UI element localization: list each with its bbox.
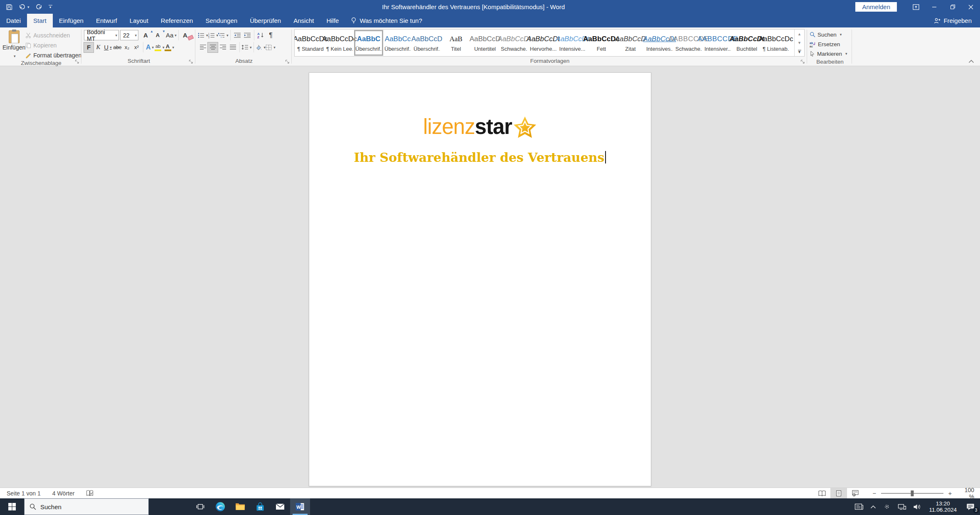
tab-ansicht[interactable]: Ansicht	[287, 14, 320, 27]
file-explorer-app-button[interactable]	[230, 498, 250, 515]
align-left-button[interactable]	[198, 42, 208, 52]
minimize-button[interactable]	[925, 0, 943, 14]
tell-me-box[interactable]: Was möchten Sie tun?	[345, 14, 428, 27]
strikethrough-button[interactable]: abe	[113, 42, 122, 52]
font-dialog-launcher[interactable]	[189, 59, 193, 64]
borders-button[interactable]	[266, 42, 276, 52]
line-spacing-button[interactable]	[241, 42, 252, 52]
zoom-out-button[interactable]: −	[872, 490, 877, 497]
tray-cast-button[interactable]	[879, 498, 894, 515]
style-card-16[interactable]: AaBbCcDc¶ Listenab...	[761, 30, 790, 56]
highlight-color-button[interactable]: ab	[155, 42, 165, 52]
style-card-1[interactable]: AaBbCcDc¶ Kein Lee...	[325, 30, 354, 56]
style-card-3[interactable]: AaBbCcÜberschrif...	[383, 30, 412, 56]
decrease-indent-button[interactable]	[232, 30, 242, 40]
style-card-7[interactable]: AaBbCcDtSchwache...	[500, 30, 529, 56]
taskbar-clock[interactable]: 13:20 11.06.2024	[925, 500, 961, 513]
paste-dropdown-caret[interactable]	[12, 52, 16, 59]
paste-button[interactable]: Einfügen	[2, 29, 25, 59]
save-button[interactable]	[6, 4, 12, 10]
font-size-combo[interactable]: 22 ▾	[120, 30, 138, 40]
document-heading[interactable]: Ihr Softwarehändler des Vertrauens	[309, 150, 651, 165]
subscript-button[interactable]: x₂	[122, 42, 132, 52]
mail-app-button[interactable]	[270, 498, 290, 515]
word-count-status[interactable]: 4 Wörter	[52, 490, 75, 497]
hidden-icons-chevron[interactable]	[867, 498, 879, 515]
read-mode-view-button[interactable]	[814, 488, 830, 498]
styles-dialog-launcher[interactable]	[800, 59, 805, 64]
font-color-button[interactable]: A	[165, 42, 175, 52]
tab-datei[interactable]: Datei	[0, 14, 27, 27]
style-card-11[interactable]: AaBbCcDZitat	[616, 30, 645, 56]
format-painter-button[interactable]: Format übertragen	[25, 51, 81, 59]
font-size-caret[interactable]: ▾	[133, 33, 137, 37]
restore-button[interactable]	[943, 0, 962, 14]
task-view-button[interactable]	[190, 498, 210, 515]
notification-center-button[interactable]: 3	[961, 498, 980, 515]
edge-app-button[interactable]	[210, 498, 230, 515]
underline-button[interactable]: U	[103, 42, 113, 52]
style-card-2[interactable]: AaBbCÜberschrif...	[354, 30, 383, 56]
font-name-caret[interactable]: ▾	[113, 33, 117, 37]
styles-scroll-up-button[interactable]: ▲	[795, 30, 804, 38]
copy-button[interactable]: Kopieren	[25, 41, 81, 50]
tab-start[interactable]: Start	[27, 14, 53, 27]
style-card-14[interactable]: AABBCCDEIntensiver...	[703, 30, 732, 56]
tab-entwurf[interactable]: Entwurf	[90, 14, 123, 27]
zoom-slider-handle[interactable]	[911, 490, 914, 496]
clear-formatting-button[interactable]: A	[180, 30, 190, 40]
style-card-5[interactable]: AaBTitel	[441, 30, 470, 56]
shading-button[interactable]	[256, 42, 266, 52]
style-card-9[interactable]: AaBbCcDtIntensive...	[558, 30, 587, 56]
ribbon-display-options-button[interactable]	[907, 0, 925, 14]
clipboard-dialog-launcher[interactable]	[75, 59, 79, 64]
sign-in-button[interactable]: Anmelden	[855, 2, 897, 12]
style-card-10[interactable]: AaBbCcDcFett	[587, 30, 616, 56]
word-app-button[interactable]: W	[290, 498, 310, 515]
style-card-0[interactable]: AaBbCcDc¶ Standard	[296, 30, 325, 56]
style-card-8[interactable]: AaBbCcDtHervorhe...	[529, 30, 558, 56]
styles-scroll-down-button[interactable]: ▼	[795, 38, 804, 47]
text-effects-button[interactable]: A	[145, 42, 155, 52]
style-card-6[interactable]: AaBbCcDUntertitel	[470, 30, 500, 56]
news-widget-button[interactable]	[851, 498, 867, 515]
store-app-button[interactable]	[250, 498, 270, 515]
redo-button[interactable]	[36, 4, 42, 10]
tab-einf-gen[interactable]: Einfügen	[53, 14, 90, 27]
customize-quick-access-button[interactable]	[49, 5, 52, 9]
align-right-button[interactable]	[218, 42, 228, 52]
find-button[interactable]: Suchen	[810, 30, 850, 39]
share-button[interactable]: Freigeben	[926, 14, 980, 27]
tab-hilfe[interactable]: Hilfe	[320, 14, 345, 27]
tab-referenzen[interactable]: Referenzen	[155, 14, 199, 27]
numbering-button[interactable]: 123	[208, 30, 219, 40]
page-count-status[interactable]: Seite 1 von 1	[7, 490, 41, 497]
zoom-in-button[interactable]: +	[948, 490, 953, 497]
paragraph-dialog-launcher[interactable]	[285, 59, 290, 64]
close-button[interactable]	[962, 0, 980, 14]
zoom-level[interactable]: 100 %	[958, 487, 980, 500]
align-center-button[interactable]	[208, 42, 218, 52]
italic-button[interactable]: K	[94, 42, 103, 52]
replace-button[interactable]: abac Ersetzen	[810, 40, 850, 49]
tab-layout[interactable]: Layout	[123, 14, 155, 27]
show-paragraph-marks-button[interactable]: ¶	[266, 30, 276, 40]
font-name-combo[interactable]: Bodoni MT ▾	[84, 30, 119, 40]
sort-button[interactable]: AZ	[256, 30, 266, 40]
grow-font-button[interactable]: A▲	[141, 30, 150, 40]
tray-volume-button[interactable]	[910, 498, 925, 515]
proofing-status-icon[interactable]	[86, 490, 94, 496]
collapse-ribbon-button[interactable]	[968, 59, 974, 63]
shrink-font-button[interactable]: A▼	[153, 30, 163, 40]
print-layout-view-button[interactable]	[830, 488, 847, 498]
undo-button[interactable]	[19, 4, 30, 10]
styles-more-button[interactable]: ▼	[795, 47, 804, 56]
taskbar-search-box[interactable]: Suchen	[24, 498, 149, 515]
cut-button[interactable]: Ausschneiden	[25, 31, 81, 40]
style-card-4[interactable]: AaBbCcDÜberschrif...	[412, 30, 441, 56]
multilevel-list-button[interactable]	[218, 30, 229, 40]
start-button[interactable]	[0, 498, 24, 515]
tab--berpr-fen[interactable]: Überprüfen	[244, 14, 287, 27]
change-case-button[interactable]: Aa	[166, 30, 177, 40]
zoom-slider[interactable]	[881, 493, 943, 494]
